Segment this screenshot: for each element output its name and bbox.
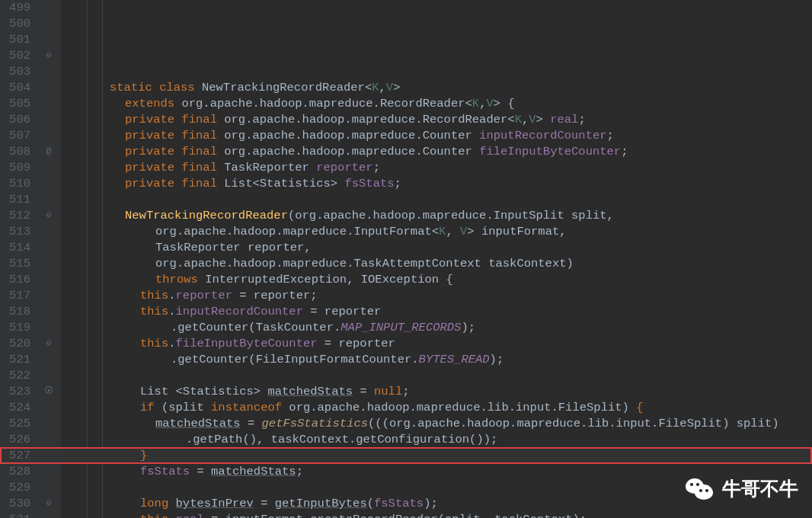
code-line[interactable]: this.inputRecordCounter = reporter	[61, 304, 812, 320]
line-number: 519	[0, 320, 30, 336]
code-area[interactable]: static class NewTrackingRecordReader<K,V…	[61, 0, 812, 518]
code-token: MAP_INPUT_RECORDS	[340, 321, 461, 334]
gutter-annotation-icon[interactable]: ⊖	[37, 496, 61, 512]
line-number: 510	[0, 176, 30, 192]
code-token: long	[140, 497, 168, 510]
code-line[interactable]: throws InterruptedException, IOException…	[61, 272, 812, 288]
code-token: final	[181, 113, 217, 126]
code-token	[564, 209, 571, 222]
gutter-annotation-icon[interactable]: ⊖	[37, 208, 61, 224]
code-token: (	[248, 353, 255, 366]
code-token: real	[550, 113, 578, 126]
code-token: FileInputFormatCounter	[256, 353, 412, 366]
line-number: 526	[0, 432, 30, 448]
code-line[interactable]	[61, 192, 812, 208]
code-token: =	[254, 497, 275, 510]
watermark-text: 牛哥不牛	[722, 481, 798, 497]
line-number: 530	[0, 496, 30, 512]
code-line[interactable]: if (split instanceof org.apache.hadoop.m…	[61, 400, 812, 416]
code-token: <	[252, 177, 259, 190]
line-number: 507	[0, 128, 30, 144]
code-line[interactable]: .getCounter(TaskCounter.MAP_INPUT_RECORD…	[61, 320, 812, 336]
code-line[interactable]: this.fileInputByteCounter = reporter	[61, 336, 812, 352]
code-token: throws	[155, 273, 198, 286]
code-line[interactable]: this.real = inputFormat.createRecordRead…	[61, 512, 812, 518]
code-token: ,	[446, 225, 460, 238]
code-token: ,	[607, 209, 614, 222]
code-line[interactable]: TaskReporter reporter,	[61, 240, 812, 256]
code-token: =	[190, 465, 211, 478]
code-token: ;	[395, 177, 401, 190]
code-token: fileInputByteCounter	[176, 337, 318, 350]
code-token: reporter	[176, 289, 232, 302]
line-number: 522	[0, 368, 30, 384]
line-number: 499	[0, 0, 30, 16]
code-token: instanceof	[211, 401, 282, 414]
code-token	[195, 81, 202, 94]
code-token	[152, 81, 159, 94]
code-token: ;	[621, 145, 628, 158]
code-token: (	[248, 321, 255, 334]
code-token: fileInputByteCounter	[479, 145, 621, 158]
code-token: List	[140, 385, 168, 398]
code-token: fsStats	[140, 465, 190, 478]
code-line[interactable]: this.reporter = reporter;	[61, 288, 812, 304]
code-line[interactable]: private final org.apache.hadoop.mapreduc…	[61, 128, 812, 144]
code-token: .	[411, 353, 418, 366]
line-number: 528	[0, 464, 30, 480]
code-token: (split	[155, 401, 211, 414]
code-line[interactable]: .getCounter(FileInputFormatCounter.BYTES…	[61, 352, 812, 368]
code-token: org.apache.hadoop.mapreduce.InputSplit	[295, 209, 564, 222]
code-line[interactable]: }	[61, 448, 812, 464]
code-token: org.apache.hadoop.mapreduce.Counter	[224, 129, 472, 142]
code-token: K	[515, 113, 522, 126]
code-token: <	[168, 385, 183, 398]
code-line[interactable]	[61, 368, 812, 384]
code-token: V	[486, 97, 493, 110]
code-token: InterruptedException	[205, 273, 347, 286]
code-line[interactable]: private final TaskReporter reporter;	[61, 160, 812, 176]
code-token: reporter	[248, 241, 304, 254]
code-editor[interactable]: 4995005015025035045055065075085095105115…	[0, 0, 812, 518]
code-token: BYTES_READ	[419, 353, 490, 366]
code-token: final	[181, 129, 217, 142]
code-line[interactable]	[61, 64, 812, 80]
code-token: this	[140, 305, 168, 318]
code-line[interactable]: org.apache.hadoop.mapreduce.InputFormat<…	[61, 224, 812, 240]
code-token	[168, 497, 175, 510]
code-line[interactable]: List <Statistics> matchedStats = null;	[61, 384, 812, 400]
code-line[interactable]: NewTrackingRecordReader(org.apache.hadoo…	[61, 208, 812, 224]
code-line[interactable]: private final org.apache.hadoop.mapreduc…	[61, 144, 812, 160]
code-line[interactable]: .getPath(), taskContext.getConfiguration…	[61, 432, 812, 448]
code-token: Statistics	[260, 177, 331, 190]
gutter-annotation-icon[interactable]: @	[37, 144, 61, 160]
code-token: <	[432, 225, 439, 238]
code-token: V	[529, 113, 535, 126]
code-token	[217, 161, 224, 174]
code-token: .	[334, 321, 340, 334]
code-token: static	[110, 81, 152, 94]
code-token	[198, 273, 205, 286]
code-line[interactable]: extends org.apache.hadoop.mapreduce.Reco…	[61, 96, 812, 112]
code-line[interactable]: static class NewTrackingRecordReader<K,V…	[61, 80, 812, 96]
code-token: Statistics	[183, 385, 254, 398]
code-line[interactable]: org.apache.hadoop.mapreduce.TaskAttemptC…	[61, 256, 812, 272]
code-token: K	[372, 81, 379, 94]
line-number: 508	[0, 144, 30, 160]
code-token: = reporter;	[232, 289, 318, 302]
code-line[interactable]: private final org.apache.hadoop.mapreduc…	[61, 112, 812, 128]
line-number: 506	[0, 112, 30, 128]
gutter-annotation-icon[interactable]: ⊖	[37, 336, 61, 352]
code-line[interactable]: private final List<Statistics> fsStats;	[61, 176, 812, 192]
code-token: getFsStatistics	[262, 417, 369, 430]
line-number: 516	[0, 272, 30, 288]
code-token	[217, 113, 224, 126]
code-token	[217, 129, 224, 142]
code-token: )	[567, 257, 574, 270]
code-line[interactable]: matchedStats = getFsStatistics(((org.apa…	[61, 416, 812, 432]
gutter-annotation-icon[interactable]: ⦿	[37, 384, 61, 400]
code-token	[481, 257, 488, 270]
code-token: fsStats	[374, 497, 424, 510]
gutter-annotation-icon[interactable]: ⊖	[37, 48, 61, 64]
line-number: 509	[0, 160, 30, 176]
